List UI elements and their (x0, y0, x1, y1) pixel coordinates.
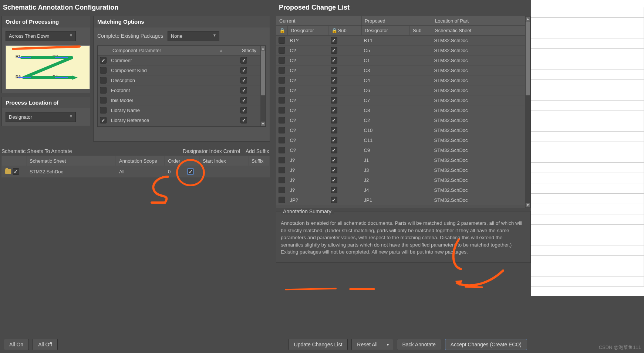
sub-check[interactable] (331, 137, 337, 143)
sub-check[interactable] (331, 87, 337, 94)
all-off-button[interactable]: All Off (33, 339, 58, 350)
row-lock-check[interactable] (279, 57, 285, 64)
param-strict-check[interactable] (240, 117, 247, 123)
sub-check[interactable] (331, 167, 337, 173)
change-row[interactable]: C? C4STM32.SchDoc (276, 75, 525, 85)
sheet-enable-check[interactable] (13, 168, 19, 175)
sub-check[interactable] (331, 47, 337, 54)
accept-changes-button[interactable]: Accept Changes (Create ECO) (445, 339, 527, 350)
order-dropdown[interactable]: Across Then Down (6, 31, 76, 41)
col-prop-desig[interactable]: Designator (362, 26, 410, 35)
col-prop-sub[interactable]: Sub (410, 26, 432, 35)
row-lock-check[interactable] (279, 167, 285, 173)
sheet-start-index[interactable]: 1 (200, 166, 248, 177)
sub-check[interactable] (331, 107, 337, 113)
param-check[interactable] (100, 117, 107, 123)
row-lock-check[interactable] (279, 187, 285, 193)
col-strictly[interactable]: Strictly (238, 46, 260, 55)
scroll-down-icon[interactable]: ▼ (526, 203, 530, 207)
sub-check[interactable] (331, 57, 337, 64)
row-lock-check[interactable] (279, 97, 285, 103)
reset-all-button[interactable]: Reset All (351, 339, 383, 350)
sub-check[interactable] (331, 37, 337, 44)
scroll-up-icon[interactable]: ▲ (261, 46, 265, 51)
sub-check[interactable] (331, 97, 337, 103)
param-strict-check[interactable] (240, 97, 247, 103)
col-sheet[interactable]: Schematic Sheet (432, 26, 525, 35)
change-row[interactable]: C? C1STM32.SchDoc (276, 55, 525, 65)
reset-all-dropdown[interactable]: ▼ (383, 339, 393, 350)
param-scrollbar[interactable]: ▲ ▼ (260, 46, 266, 126)
sub-check[interactable] (331, 117, 337, 123)
change-scrollbar[interactable]: ▲ ▼ (525, 16, 530, 208)
change-row[interactable]: C? C6STM32.SchDoc (276, 85, 525, 95)
sub-check[interactable] (331, 127, 337, 133)
col-location[interactable]: Location of Part (432, 16, 525, 26)
sub-check[interactable] (331, 157, 337, 163)
scroll-up-icon[interactable]: ▲ (526, 17, 530, 21)
change-row[interactable]: JP? JP1STM32.SchDoc (276, 195, 525, 205)
param-check[interactable] (100, 57, 107, 64)
col-cur-desig[interactable]: Designator (288, 26, 328, 35)
param-strict-check[interactable] (240, 87, 247, 94)
param-check[interactable] (100, 87, 107, 94)
row-lock-check[interactable] (279, 127, 285, 133)
change-row[interactable]: C? C10STM32.SchDoc (276, 125, 525, 135)
back-annotate-button[interactable]: Back Annotate (397, 339, 441, 350)
change-row[interactable]: J? J3STM32.SchDoc (276, 165, 525, 175)
col-scope[interactable]: Annotation Scope (116, 156, 164, 166)
sub-check[interactable] (331, 77, 337, 84)
param-check[interactable] (100, 97, 107, 103)
param-check[interactable] (100, 67, 107, 74)
param-strict-check[interactable] (240, 67, 247, 74)
change-row[interactable]: C? C7STM32.SchDoc (276, 95, 525, 105)
sub-check[interactable] (331, 187, 337, 193)
sub-check[interactable] (331, 147, 337, 153)
row-lock-check[interactable] (279, 87, 285, 94)
scroll-down-icon[interactable]: ▼ (261, 122, 265, 126)
param-check[interactable] (100, 107, 107, 113)
sheet-suffix[interactable] (249, 166, 269, 177)
col-sheet[interactable]: Schematic Sheet (27, 156, 115, 166)
complete-packages-dropdown[interactable]: None (168, 31, 219, 41)
row-lock-check[interactable] (279, 177, 285, 183)
param-check[interactable] (100, 77, 107, 84)
col-current[interactable]: Current (276, 16, 362, 26)
change-row[interactable]: C? C11STM32.SchDoc (276, 135, 525, 145)
row-lock-check[interactable] (279, 197, 285, 203)
lock-icon[interactable]: 🔒 (331, 28, 337, 33)
row-lock-check[interactable] (279, 77, 285, 84)
sub-check[interactable] (331, 197, 337, 203)
change-row[interactable]: C? C8STM32.SchDoc (276, 105, 525, 115)
start-index-check[interactable] (187, 168, 194, 175)
row-lock-check[interactable] (279, 37, 285, 44)
process-location-dropdown[interactable]: Designator (6, 112, 76, 122)
row-lock-check[interactable] (279, 147, 285, 153)
change-row[interactable]: C? C5STM32.SchDoc (276, 45, 525, 55)
change-row[interactable]: J? J2STM32.SchDoc (276, 175, 525, 185)
change-row[interactable]: C? C2STM32.SchDoc (276, 115, 525, 125)
lock-icon[interactable]: 🔒 (279, 28, 284, 33)
col-start-index[interactable]: Start Index (200, 156, 248, 166)
change-row[interactable]: J? J1STM32.SchDoc (276, 155, 525, 165)
param-strict-check[interactable] (240, 57, 247, 64)
update-changes-button[interactable]: Update Changes List (289, 339, 348, 350)
col-component-parameter[interactable]: Component Parameter ▲ (109, 46, 238, 55)
param-strict-check[interactable] (240, 107, 247, 113)
change-row[interactable]: C? C9STM32.SchDoc (276, 145, 525, 155)
col-order[interactable]: Order (165, 156, 183, 166)
sub-check[interactable] (331, 177, 337, 183)
row-lock-check[interactable] (279, 157, 285, 163)
row-lock-check[interactable] (279, 117, 285, 123)
change-row[interactable]: BT? BT1STM32.SchDoc (276, 35, 525, 45)
sub-check[interactable] (331, 67, 337, 74)
row-lock-check[interactable] (279, 47, 285, 54)
col-proposed[interactable]: Proposed (362, 16, 432, 26)
row-lock-check[interactable] (279, 107, 285, 113)
change-row[interactable]: C? C3STM32.SchDoc (276, 65, 525, 75)
change-row[interactable]: J? J4STM32.SchDoc (276, 185, 525, 195)
row-lock-check[interactable] (279, 137, 285, 143)
all-on-button[interactable]: All On (4, 339, 29, 350)
param-strict-check[interactable] (240, 77, 247, 84)
row-lock-check[interactable] (279, 67, 285, 74)
